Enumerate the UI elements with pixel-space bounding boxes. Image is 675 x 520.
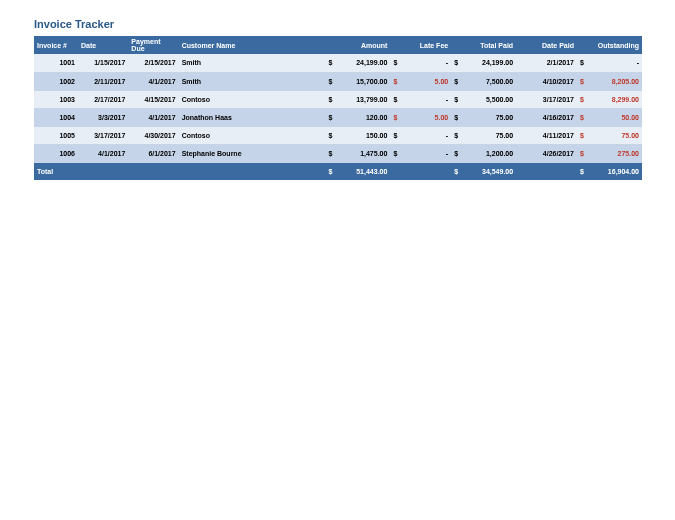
cell-date[interactable]: 2/17/2017 bbox=[78, 90, 128, 108]
cell-out[interactable]: $- bbox=[577, 54, 642, 72]
cell-due[interactable]: 4/1/2017 bbox=[128, 72, 178, 90]
cell-dpaid[interactable]: 2/1/2017 bbox=[516, 54, 577, 72]
cell-fee[interactable]: $- bbox=[390, 90, 451, 108]
cell-name[interactable]: Contoso bbox=[179, 126, 326, 144]
cell-paid[interactable]: $24,199.00 bbox=[451, 54, 516, 72]
cell-date[interactable]: 4/1/2017 bbox=[78, 144, 128, 162]
cell-dpaid[interactable]: 3/17/2017 bbox=[516, 90, 577, 108]
cell-due[interactable]: 2/15/2017 bbox=[128, 54, 178, 72]
cell-fee[interactable]: $5.00 bbox=[390, 108, 451, 126]
cell-name[interactable]: Smith bbox=[179, 72, 326, 90]
col-invoice[interactable]: Invoice # bbox=[34, 36, 78, 54]
cell-amount[interactable]: $15,700.00 bbox=[325, 72, 390, 90]
table-row[interactable]: 10053/17/20174/30/2017Contoso$150.00$-$7… bbox=[34, 126, 642, 144]
col-paid[interactable]: Total Paid bbox=[451, 36, 516, 54]
table-row[interactable]: 10043/3/20174/1/2017Jonathon Haas$120.00… bbox=[34, 108, 642, 126]
cell-paid[interactable]: $5,500.00 bbox=[451, 90, 516, 108]
cell-due[interactable]: 6/1/2017 bbox=[128, 144, 178, 162]
cell-fee[interactable]: $- bbox=[390, 126, 451, 144]
cell-dpaid[interactable]: 4/16/2017 bbox=[516, 108, 577, 126]
spreadsheet-area: Invoice Tracker Invoice # Date Payment D… bbox=[0, 0, 675, 198]
total-row: Total $51,443.00 $34,549.00 $16,904.00 bbox=[34, 162, 642, 180]
col-name[interactable]: Customer Name bbox=[179, 36, 326, 54]
cell-amount[interactable]: $24,199.00 bbox=[325, 54, 390, 72]
cell-invoice[interactable]: 1003 bbox=[34, 90, 78, 108]
col-amount[interactable]: Amount bbox=[325, 36, 390, 54]
cell-invoice[interactable]: 1005 bbox=[34, 126, 78, 144]
cell-name[interactable]: Jonathon Haas bbox=[179, 108, 326, 126]
total-paid: $34,549.00 bbox=[451, 162, 516, 180]
table-row[interactable]: 10011/15/20172/15/2017Smith$24,199.00$-$… bbox=[34, 54, 642, 72]
cell-amount[interactable]: $1,475.00 bbox=[325, 144, 390, 162]
cell-fee[interactable]: $5.00 bbox=[390, 72, 451, 90]
cell-amount[interactable]: $150.00 bbox=[325, 126, 390, 144]
col-date[interactable]: Date bbox=[78, 36, 128, 54]
cell-invoice[interactable]: 1001 bbox=[34, 54, 78, 72]
cell-name[interactable]: Contoso bbox=[179, 90, 326, 108]
total-amount: $51,443.00 bbox=[325, 162, 390, 180]
cell-paid[interactable]: $1,200.00 bbox=[451, 144, 516, 162]
cell-paid[interactable]: $75.00 bbox=[451, 108, 516, 126]
cell-date[interactable]: 3/17/2017 bbox=[78, 126, 128, 144]
total-label: Total bbox=[34, 162, 78, 180]
cell-out[interactable]: $8,205.00 bbox=[577, 72, 642, 90]
cell-name[interactable]: Stephanie Bourne bbox=[179, 144, 326, 162]
cell-fee[interactable]: $- bbox=[390, 54, 451, 72]
invoice-table: Invoice # Date Payment Due Customer Name… bbox=[34, 36, 642, 180]
cell-due[interactable]: 4/1/2017 bbox=[128, 108, 178, 126]
cell-paid[interactable]: $75.00 bbox=[451, 126, 516, 144]
cell-dpaid[interactable]: 4/11/2017 bbox=[516, 126, 577, 144]
cell-out[interactable]: $275.00 bbox=[577, 144, 642, 162]
cell-name[interactable]: Smith bbox=[179, 54, 326, 72]
col-fee[interactable]: Late Fee bbox=[390, 36, 451, 54]
col-out[interactable]: Outstanding bbox=[577, 36, 642, 54]
cell-out[interactable]: $8,299.00 bbox=[577, 90, 642, 108]
header-row: Invoice # Date Payment Due Customer Name… bbox=[34, 36, 642, 54]
cell-date[interactable]: 1/15/2017 bbox=[78, 54, 128, 72]
col-dpaid[interactable]: Date Paid bbox=[516, 36, 577, 54]
cell-invoice[interactable]: 1004 bbox=[34, 108, 78, 126]
cell-due[interactable]: 4/30/2017 bbox=[128, 126, 178, 144]
table-row[interactable]: 10064/1/20176/1/2017Stephanie Bourne$1,4… bbox=[34, 144, 642, 162]
page-title: Invoice Tracker bbox=[34, 18, 641, 30]
cell-fee[interactable]: $- bbox=[390, 144, 451, 162]
cell-out[interactable]: $75.00 bbox=[577, 126, 642, 144]
cell-paid[interactable]: $7,500.00 bbox=[451, 72, 516, 90]
table-row[interactable]: 10022/11/20174/1/2017Smith$15,700.00$5.0… bbox=[34, 72, 642, 90]
cell-amount[interactable]: $13,799.00 bbox=[325, 90, 390, 108]
cell-out[interactable]: $50.00 bbox=[577, 108, 642, 126]
table-row[interactable]: 10032/17/20174/15/2017Contoso$13,799.00$… bbox=[34, 90, 642, 108]
total-out: $16,904.00 bbox=[577, 162, 642, 180]
cell-dpaid[interactable]: 4/10/2017 bbox=[516, 72, 577, 90]
col-due[interactable]: Payment Due bbox=[128, 36, 178, 54]
cell-date[interactable]: 3/3/2017 bbox=[78, 108, 128, 126]
cell-amount[interactable]: $120.00 bbox=[325, 108, 390, 126]
cell-invoice[interactable]: 1006 bbox=[34, 144, 78, 162]
cell-dpaid[interactable]: 4/26/2017 bbox=[516, 144, 577, 162]
cell-due[interactable]: 4/15/2017 bbox=[128, 90, 178, 108]
cell-date[interactable]: 2/11/2017 bbox=[78, 72, 128, 90]
cell-invoice[interactable]: 1002 bbox=[34, 72, 78, 90]
